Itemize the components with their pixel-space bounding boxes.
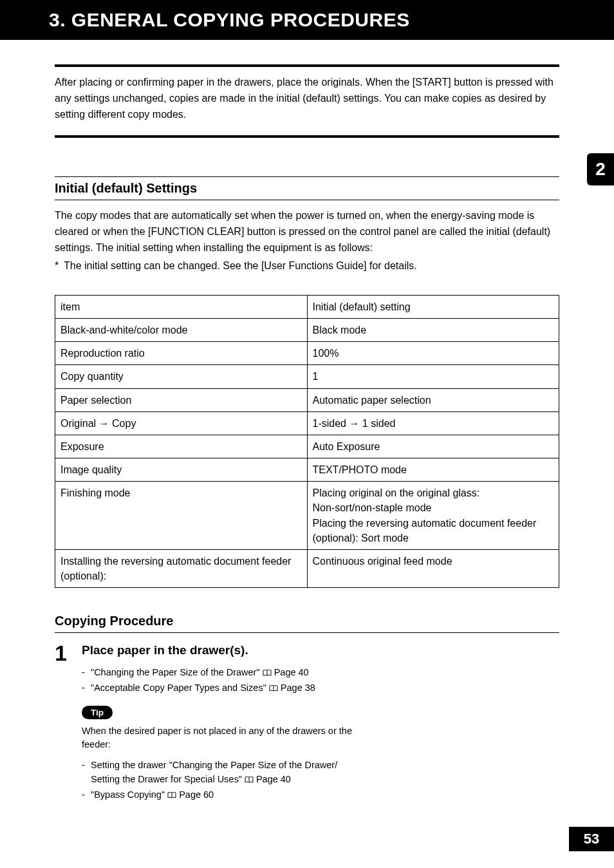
chapter-number-tab: 2	[587, 153, 614, 185]
reference-page: Page 40	[256, 774, 291, 784]
step-number: 1	[55, 642, 82, 803]
page-number: 53	[584, 831, 599, 847]
table-cell-item: Exposure	[55, 435, 308, 458]
table-cell-item: Image quality	[55, 458, 308, 482]
table-cell-setting: 1	[307, 365, 559, 388]
page-number-tab: 53	[569, 827, 614, 851]
intro-paragraph: After placing or confirming paper in the…	[55, 75, 559, 122]
table-row: ExposureAuto Exposure	[55, 435, 559, 458]
section1-footnote: *The initial setting can be changed. See…	[55, 260, 559, 272]
section1-body: The copy modes that are automatically se…	[55, 208, 559, 256]
tip-badge: Tip	[82, 706, 113, 719]
table-cell-setting: 1-sided → 1 sided	[307, 411, 559, 435]
table-cell-setting: Automatic paper selection	[307, 388, 559, 411]
reference-text: "Acceptable Copy Paper Types and Sizes"	[91, 683, 266, 693]
tip-body-text: When the desired paper is not placed in …	[82, 724, 378, 753]
reference-page: Page 60	[179, 789, 214, 800]
table-cell-item: Installing the reversing automatic docum…	[55, 550, 308, 588]
table-cell-item: Copy quantity	[55, 365, 308, 388]
reference-item: Setting the drawer "Changing the Paper S…	[82, 759, 559, 788]
table-cell-setting: Auto Exposure	[307, 435, 559, 458]
reference-text: "Bypass Copying"	[91, 789, 165, 800]
book-icon	[167, 789, 176, 804]
divider-rule	[55, 64, 559, 67]
table-row: Installing the reversing automatic docum…	[55, 550, 559, 588]
reference-text: "Changing the Paper Size of the Drawer"	[91, 667, 260, 677]
table-row: Black-and-white/color modeBlack mode	[55, 318, 559, 341]
reference-item: "Bypass Copying" Page 60	[82, 788, 559, 804]
tip-label: Tip	[91, 708, 104, 717]
chapter-title: 3. GENERAL COPYING PROCEDURES	[49, 9, 410, 30]
table-header-item: item	[55, 295, 308, 318]
table-row: Original → Copy1-sided → 1 sided	[55, 411, 559, 435]
step-title: Place paper in the drawer(s).	[82, 642, 559, 659]
book-icon	[245, 774, 254, 788]
table-row: Copy quantity1	[55, 365, 559, 388]
section-heading-initial-settings: Initial (default) Settings	[55, 176, 559, 200]
reference-list: "Changing the Paper Size of the Drawer" …	[82, 666, 559, 697]
tip-reference-list: Setting the drawer "Changing the Paper S…	[82, 759, 559, 803]
table-row: Image qualityTEXT/PHOTO mode	[55, 458, 559, 482]
chapter-number: 2	[595, 159, 606, 180]
table-row: Paper selectionAutomatic paper selection	[55, 388, 559, 411]
table-cell-setting: 100%	[307, 342, 559, 365]
table-cell-setting: Continuous original feed mode	[307, 550, 559, 588]
reference-page: Page 40	[274, 667, 309, 677]
book-icon	[263, 667, 272, 681]
initial-settings-table: item Initial (default) setting Black-and…	[55, 295, 559, 589]
footnote-text: The initial setting can be changed. See …	[64, 260, 417, 271]
table-cell-setting: Placing original on the original glass: …	[307, 482, 559, 550]
table-cell-setting: Black mode	[307, 318, 559, 341]
reference-item: "Changing the Paper Size of the Drawer" …	[82, 666, 559, 681]
section-heading-copying-procedure: Copying Procedure	[55, 614, 559, 633]
reference-page: Page 38	[281, 683, 315, 693]
table-cell-item: Reproduction ratio	[55, 342, 308, 365]
reference-item: "Acceptable Copy Paper Types and Sizes" …	[82, 681, 559, 697]
table-cell-item: Black-and-white/color mode	[55, 318, 308, 341]
book-icon	[269, 683, 278, 697]
table-header-row: item Initial (default) setting	[55, 295, 559, 318]
step-1: 1 Place paper in the drawer(s). "Changin…	[55, 642, 559, 803]
table-cell-item: Original → Copy	[55, 411, 308, 435]
table-cell-item: Finishing mode	[55, 482, 308, 550]
table-cell-item: Paper selection	[55, 388, 308, 411]
chapter-header: 3. GENERAL COPYING PROCEDURES	[0, 0, 614, 40]
table-row: Finishing modePlacing original on the or…	[55, 482, 559, 550]
divider-rule	[55, 135, 559, 138]
reference-text: Setting the drawer "Changing the Paper S…	[91, 760, 337, 784]
table-cell-setting: TEXT/PHOTO mode	[307, 458, 559, 482]
asterisk-marker: *	[55, 260, 64, 272]
table-row: Reproduction ratio100%	[55, 342, 559, 365]
table-header-setting: Initial (default) setting	[307, 295, 559, 318]
